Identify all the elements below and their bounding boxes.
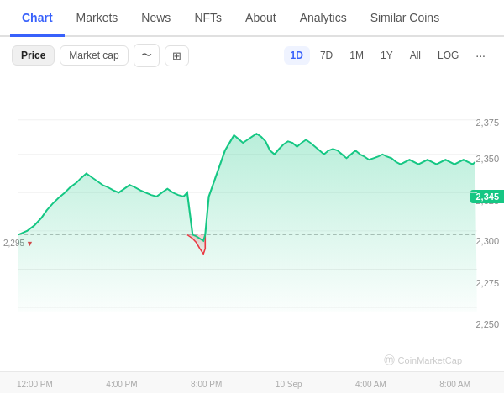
tab-about[interactable]: About	[234, 0, 288, 37]
nav-tabs: Chart Markets News NFTs About Analytics …	[0, 0, 504, 37]
toolbar: Price Market cap 〜 ⊞ 1D 7D 1M 1Y All LOG…	[0, 37, 504, 74]
price-chart-svg	[0, 74, 504, 334]
marketcap-toggle[interactable]: Market cap	[60, 45, 128, 66]
tab-news[interactable]: News	[129, 0, 182, 37]
x-label-1200pm: 12:00 PM	[17, 380, 53, 389]
more-button[interactable]: ···	[469, 45, 492, 66]
tab-similar-coins[interactable]: Similar Coins	[359, 0, 451, 37]
price-toggle[interactable]: Price	[12, 45, 55, 66]
tab-nfts[interactable]: NFTs	[182, 0, 234, 37]
watermark: ⓜ CoinMarketCap	[384, 353, 462, 368]
period-1y[interactable]: 1Y	[374, 46, 400, 65]
line-icon: 〜	[141, 48, 152, 63]
x-label-10sep: 10 Sep	[276, 380, 302, 389]
toolbar-right: 1D 7D 1M 1Y All LOG ···	[284, 45, 492, 66]
watermark-icon: ⓜ	[384, 353, 395, 368]
period-7d[interactable]: 7D	[313, 46, 339, 65]
period-1m[interactable]: 1M	[343, 46, 370, 65]
tab-chart[interactable]: Chart	[10, 0, 65, 37]
x-label-800am: 8:00 AM	[439, 380, 470, 389]
x-label-800pm: 8:00 PM	[191, 380, 222, 389]
period-all[interactable]: All	[403, 46, 428, 65]
tab-markets[interactable]: Markets	[65, 0, 130, 37]
watermark-text: CoinMarketCap	[398, 355, 462, 365]
candle-icon: ⊞	[172, 50, 181, 62]
x-label-400am: 4:00 AM	[355, 380, 386, 389]
candle-chart-button[interactable]: ⊞	[165, 45, 189, 66]
chart-area: 2,375 2,350 2,325 2,300 2,275 2,250 2,29…	[0, 74, 504, 393]
period-1d[interactable]: 1D	[284, 46, 310, 65]
x-axis-labels: 12:00 PM 4:00 PM 8:00 PM 10 Sep 4:00 AM …	[0, 371, 504, 393]
line-chart-button[interactable]: 〜	[134, 44, 160, 67]
tab-analytics[interactable]: Analytics	[288, 0, 359, 37]
x-label-400pm: 4:00 PM	[106, 380, 137, 389]
log-button[interactable]: LOG	[431, 46, 465, 65]
toolbar-left: Price Market cap 〜 ⊞	[12, 44, 189, 67]
